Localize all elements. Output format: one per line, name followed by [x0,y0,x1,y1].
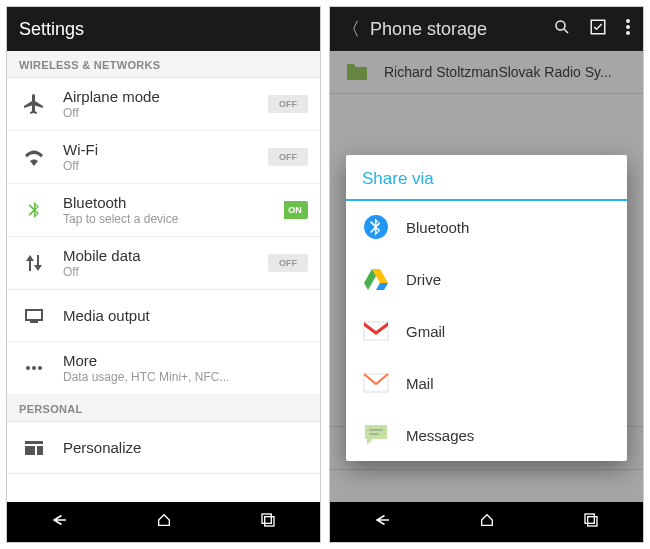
svg-point-2 [38,366,42,370]
bluetooth-toggle[interactable]: ON [268,201,308,219]
more-icon [19,353,49,383]
nav-recent-icon[interactable] [583,512,599,532]
settings-row-label: Media output [63,307,308,324]
settings-row-sub: Tap to select a device [63,212,268,226]
nav-recent-icon[interactable] [260,512,276,532]
svg-rect-4 [265,517,274,526]
settings-row-label: Wi-Fi [63,141,268,158]
svg-point-7 [626,19,630,23]
bluetooth-icon [19,195,49,225]
settings-header: Settings [7,7,320,51]
messages-icon [362,421,390,449]
settings-row-sub: Off [63,106,268,120]
share-dialog: Share via Bluetooth Drive Gmail Mail Mes… [346,155,627,461]
gmail-icon [362,317,390,345]
airplane-toggle[interactable]: OFF [268,95,308,113]
page-title: Settings [19,19,84,40]
share-option-label: Gmail [406,323,445,340]
storage-content: Richard StoltzmanSlovak Radio Sy... Rece… [330,51,643,502]
mobile-data-toggle[interactable]: OFF [268,254,308,272]
settings-row-label: Mobile data [63,247,268,264]
nav-home-icon[interactable] [156,512,172,532]
settings-row-label: Bluetooth [63,194,268,211]
personalize-icon [19,433,49,463]
settings-row-sub: Data usage, HTC Mini+, NFC... [63,370,308,384]
search-icon[interactable] [553,18,571,41]
settings-row-more[interactable]: More Data usage, HTC Mini+, NFC... [7,342,320,395]
nav-back-icon[interactable] [51,513,69,531]
settings-row-label: Airplane mode [63,88,268,105]
overflow-icon[interactable] [625,18,631,41]
settings-row-sub: Off [63,159,268,173]
share-option-bluetooth[interactable]: Bluetooth [346,201,627,253]
settings-screen: Settings WIRELESS & NETWORKS Airplane mo… [6,6,321,543]
mobile-data-icon [19,248,49,278]
share-option-messages[interactable]: Messages [346,409,627,461]
share-option-label: Bluetooth [406,219,469,236]
section-header-personal: PERSONAL [7,395,320,422]
settings-row-label: More [63,352,308,369]
settings-row-airplane[interactable]: Airplane mode Off OFF [7,78,320,131]
nav-back-icon[interactable] [374,513,392,531]
settings-row-personalize[interactable]: Personalize [7,422,320,474]
page-title: Phone storage [370,19,535,40]
svg-point-5 [556,21,565,30]
svg-rect-14 [588,517,597,526]
drive-icon [362,265,390,293]
bluetooth-icon [362,213,390,241]
mail-icon [362,369,390,397]
settings-row-mobile-data[interactable]: Mobile data Off OFF [7,237,320,290]
settings-row-wifi[interactable]: Wi-Fi Off OFF [7,131,320,184]
svg-point-9 [626,31,630,35]
share-option-label: Messages [406,427,474,444]
nav-bar [330,502,643,542]
storage-header: 〈 Phone storage [330,7,643,51]
share-option-label: Drive [406,271,441,288]
airplane-icon [19,89,49,119]
nav-bar [7,502,320,542]
svg-point-8 [626,25,630,29]
share-screen: 〈 Phone storage Richard StoltzmanSlovak … [329,6,644,543]
dialog-title: Share via [346,155,627,201]
svg-point-1 [32,366,36,370]
wifi-icon [19,142,49,172]
media-output-icon [19,301,49,331]
settings-row-bluetooth[interactable]: Bluetooth Tap to select a device ON [7,184,320,237]
share-option-label: Mail [406,375,434,392]
share-option-gmail[interactable]: Gmail [346,305,627,357]
select-icon[interactable] [589,18,607,41]
back-icon[interactable]: 〈 [342,17,360,41]
section-header-wireless: WIRELESS & NETWORKS [7,51,320,78]
settings-row-sub: Off [63,265,268,279]
share-option-mail[interactable]: Mail [346,357,627,409]
settings-row-label: Personalize [63,439,308,456]
svg-point-0 [26,366,30,370]
wifi-toggle[interactable]: OFF [268,148,308,166]
share-option-drive[interactable]: Drive [346,253,627,305]
svg-rect-3 [262,514,271,523]
settings-content: WIRELESS & NETWORKS Airplane mode Off OF… [7,51,320,502]
nav-home-icon[interactable] [479,512,495,532]
svg-rect-13 [585,514,594,523]
settings-row-media-output[interactable]: Media output [7,290,320,342]
